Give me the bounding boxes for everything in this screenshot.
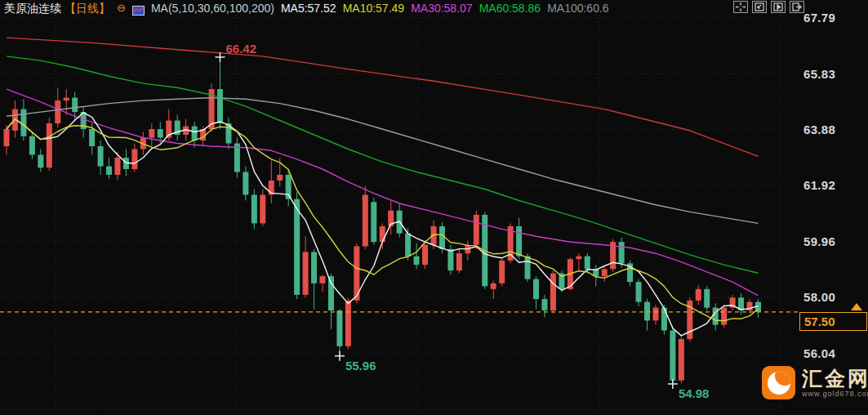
y-axis-label: 67.79 [803, 11, 835, 25]
chart-toolbar [733, 1, 804, 13]
candle-body [525, 257, 531, 279]
candle-body [619, 242, 625, 263]
ma10-line [7, 119, 759, 321]
play-forward-tool-button[interactable] [771, 1, 786, 13]
ma-lines-layer [7, 38, 759, 336]
current-price-value: 57.50 [804, 315, 835, 328]
candle-body [652, 308, 658, 321]
candle-body [106, 166, 112, 174]
candle-body [456, 253, 462, 270]
candle-body [405, 234, 411, 257]
candle-body [516, 226, 522, 257]
candle-body [345, 301, 351, 346]
candle-body [311, 252, 317, 283]
candle-body [550, 274, 556, 310]
candle-body [303, 252, 309, 294]
high-price-annotation: 66.42 [226, 42, 257, 56]
y-axis-label: 59.96 [803, 234, 835, 248]
candle-body [491, 283, 496, 289]
candle-body [294, 199, 300, 295]
y-axis-label: 63.88 [803, 123, 835, 136]
trading-chart-window: 66.4255.9654.98 美原油连续 【日线】 ⊖ MA(5,10,30,… [0, 0, 868, 415]
candle-body [636, 282, 642, 301]
candle-body [439, 226, 445, 249]
candle-body [422, 245, 428, 265]
candle-body [670, 331, 675, 381]
candle-body [217, 89, 223, 123]
crosshair-tool-button[interactable] [733, 1, 748, 13]
huijin-logo-icon [762, 366, 795, 399]
ma200-line [7, 38, 759, 156]
shift-right-tool-button[interactable] [790, 1, 804, 13]
candle-body [131, 149, 137, 169]
period-label: 【日线】 [65, 1, 110, 16]
candle-body [602, 269, 608, 276]
ma-settings-label: MA(5,10,30,60,100,200) [151, 1, 274, 16]
candles-layer [4, 57, 761, 384]
chart-type-icon[interactable] [132, 4, 145, 14]
candle-body [371, 202, 376, 242]
markers-layer: 66.4255.9654.98 [216, 42, 710, 400]
candle-body [158, 129, 163, 137]
y-axis-label: 61.92 [803, 178, 835, 192]
chart-header: 美原油连续 【日线】 ⊖ MA(5,10,30,60,100,200) MA5:… [4, 1, 609, 16]
candle-body [431, 226, 437, 245]
candle-body [499, 261, 505, 283]
candle-body [533, 279, 539, 299]
price-direction-arrow-icon [851, 303, 862, 310]
candle-body [661, 308, 667, 331]
candle-body [20, 109, 26, 136]
candle-body [260, 194, 265, 223]
candle-body [251, 194, 257, 223]
candle-body [380, 226, 385, 242]
candle-body [447, 249, 453, 270]
candle-body [414, 257, 420, 265]
y-axis-label: 58.00 [803, 290, 835, 304]
candle-body [149, 129, 154, 137]
low-price-annotation: 54.98 [679, 386, 710, 400]
candle-body [474, 215, 479, 245]
low-price-annotation: 55.96 [345, 359, 376, 373]
candle-body [704, 289, 710, 308]
candle-body [55, 100, 60, 123]
candle-body [277, 175, 283, 181]
candle-body [721, 308, 727, 325]
candle-body [696, 289, 701, 301]
candle-body [585, 257, 590, 270]
ma10-value: MA10:57.49 [343, 1, 405, 16]
collapse-icon[interactable]: ⊖ [117, 1, 126, 16]
candle-body [4, 129, 10, 146]
candle-body [363, 194, 368, 246]
candle-body [328, 276, 334, 310]
candle-body [541, 299, 547, 310]
candle-body [644, 302, 650, 321]
candle-body [89, 129, 95, 146]
candle-body [98, 146, 104, 166]
candle-body [47, 123, 52, 167]
candle-body [114, 158, 120, 175]
current-price-tag: 57.50 [799, 312, 867, 331]
candle-body [192, 127, 198, 141]
ma30-value: MA30:58.07 [411, 1, 473, 16]
watermark-site-name: 汇金网 [802, 368, 868, 389]
candle-body [38, 155, 43, 168]
y-axis-label: 65.83 [803, 67, 835, 81]
watermark-url: www.gold678.com [802, 390, 868, 398]
y-axis-label: 56.04 [803, 346, 835, 360]
candle-body [320, 276, 326, 283]
ma100-value: MA100:60.6 [547, 1, 609, 16]
candle-body [576, 257, 581, 259]
region-zoom-tool-button[interactable] [752, 1, 767, 13]
candle-body [64, 98, 69, 100]
ma5-value: MA5:57.52 [281, 1, 336, 16]
candle-body [243, 172, 248, 194]
site-watermark: 汇金网 www.gold678.com [762, 366, 868, 399]
ma30-line [7, 89, 759, 296]
ma60-value: MA60:58.86 [479, 1, 541, 16]
candle-body [29, 136, 35, 155]
candle-body [679, 339, 684, 381]
candlestick-chart[interactable]: 66.4255.9654.98 [0, 0, 868, 415]
instrument-title: 美原油连续 [4, 1, 61, 16]
candle-body [72, 98, 78, 112]
candle-body [336, 310, 342, 346]
